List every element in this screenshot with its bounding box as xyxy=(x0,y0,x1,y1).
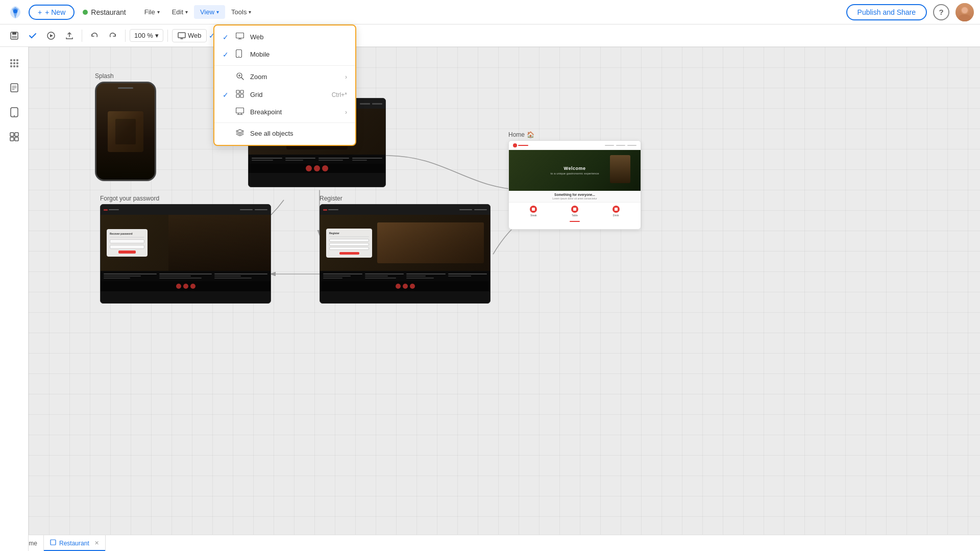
avatar-image xyxy=(955,3,974,21)
forgot-label: Forgot your password xyxy=(100,195,271,202)
web-menu-label: Web xyxy=(250,33,347,41)
grid-menu-label: Grid xyxy=(250,91,327,98)
tab-restaurant[interactable]: Restaurant ✕ xyxy=(44,535,106,551)
zoom-check-icon: ✓ xyxy=(223,73,231,81)
view-menu-zoom[interactable]: ✓ Zoom › xyxy=(214,68,355,86)
project-name-label: Restaurant xyxy=(91,8,126,16)
nav-menu: File ▾ Edit ▾ View ▾ Tools ▾ xyxy=(138,5,258,19)
topbar: + + New Restaurant File ▾ Edit ▾ View ▾ … xyxy=(0,0,980,24)
home-label: Home 🏠 xyxy=(508,131,641,138)
sidebar-components-icon[interactable] xyxy=(4,127,24,147)
zoom-menu-label: Zoom xyxy=(250,73,340,81)
mobile-check2-icon: ✓ xyxy=(223,51,231,59)
zoom-value: 100 % xyxy=(134,32,153,39)
web-viewport-button[interactable]: Web xyxy=(172,29,207,42)
canvas[interactable]: Splash xyxy=(29,47,980,535)
dropdown-separator1 xyxy=(214,65,355,66)
forgot-box: Recover password xyxy=(100,204,271,304)
view-menu-grid[interactable]: ✓ Grid Ctrl+* xyxy=(214,86,355,104)
new-button[interactable]: + + New xyxy=(29,5,75,20)
new-button-label: + New xyxy=(45,8,65,16)
zoom-arrow-icon: ▾ xyxy=(155,32,159,39)
forgot-frame[interactable]: Forgot your password Recover password xyxy=(100,195,271,304)
svg-point-0 xyxy=(13,9,17,13)
view-menu-web[interactable]: ✓ Web xyxy=(214,29,355,45)
separator2 xyxy=(125,30,126,42)
svg-rect-14 xyxy=(10,133,14,136)
register-label: Register xyxy=(320,195,491,202)
register-frame[interactable]: Register Register xyxy=(320,195,491,304)
edit-menu[interactable]: Edit ▾ xyxy=(166,5,194,19)
avatar[interactable] xyxy=(955,3,974,21)
view-menu-see-all[interactable]: ✓ See all objects xyxy=(214,125,355,142)
plus-icon: + xyxy=(38,8,42,16)
preview-button[interactable] xyxy=(43,28,59,44)
web-check-icon: ✓ xyxy=(223,33,231,41)
tools-menu[interactable]: Tools ▾ xyxy=(225,5,257,19)
zoom-arrow-icon: › xyxy=(345,73,347,81)
zoom-control[interactable]: 100 % ▾ xyxy=(130,29,163,42)
bottom-bar: 🏠 Home Restaurant ✕ xyxy=(0,535,980,551)
dropdown-separator2 xyxy=(214,122,355,123)
see-all-check-icon: ✓ xyxy=(223,130,231,138)
publish-button[interactable]: Publish and Share xyxy=(846,4,927,20)
svg-point-13 xyxy=(14,115,15,116)
breakpoint-menu-label: Breakpoint xyxy=(250,108,340,116)
project-status-dot xyxy=(83,10,88,15)
breakpoint-icon xyxy=(236,108,245,116)
tools-arrow-icon: ▾ xyxy=(249,9,251,15)
topbar-right: Publish and Share ? xyxy=(846,3,974,21)
view-arrow-icon: ▾ xyxy=(216,9,219,15)
tab-close-icon[interactable]: ✕ xyxy=(94,540,99,546)
svg-rect-8 xyxy=(178,33,185,38)
edit-arrow-icon: ▾ xyxy=(185,9,188,15)
svg-rect-15 xyxy=(15,133,18,136)
splash-box xyxy=(95,82,156,181)
help-button[interactable]: ? xyxy=(933,4,949,20)
home-frame[interactable]: Home 🏠 Welcome to a unique gastronomic e… xyxy=(508,131,641,230)
separator xyxy=(82,30,82,42)
see-all-menu-label: See all objects xyxy=(250,130,347,137)
layers-icon xyxy=(236,129,245,138)
view-menu-breakpoint[interactable]: ✓ Breakpoint › xyxy=(214,104,355,120)
svg-point-2 xyxy=(959,14,971,21)
monitor-icon xyxy=(236,33,245,41)
restaurant-tab-icon xyxy=(50,539,56,547)
tab-restaurant-label: Restaurant xyxy=(59,540,89,547)
save-button[interactable] xyxy=(6,28,22,44)
undo-button[interactable] xyxy=(86,28,103,44)
svg-rect-25 xyxy=(240,94,243,97)
svg-rect-17 xyxy=(15,137,18,141)
view-dropdown-menu: ✓ Web ✓ Mobile ✓ xyxy=(213,24,356,146)
project-name: Restaurant xyxy=(83,8,126,16)
svg-rect-16 xyxy=(10,137,14,141)
sidebar-page-icon[interactable] xyxy=(4,78,24,98)
file-arrow-icon: ▾ xyxy=(157,9,160,15)
splash-label: Splash xyxy=(95,72,156,80)
mobile-menu-label: Mobile xyxy=(250,51,347,58)
check-button[interactable] xyxy=(24,28,41,44)
redo-button[interactable] xyxy=(105,28,121,44)
svg-rect-6 xyxy=(12,36,17,38)
breakpoint-check-icon: ✓ xyxy=(223,108,231,116)
grid-check-icon: ✓ xyxy=(223,91,231,99)
file-menu[interactable]: File ▾ xyxy=(138,5,166,19)
svg-rect-24 xyxy=(236,94,239,97)
grid-icon xyxy=(236,90,245,99)
toolbar2: 100 % ▾ Web ✓ Mobile xyxy=(0,24,980,47)
export-button[interactable] xyxy=(61,28,78,44)
home-icon: 🏠 xyxy=(527,131,534,138)
splash-frame[interactable]: Splash xyxy=(95,72,156,181)
app-logo[interactable] xyxy=(6,3,24,21)
breakpoint-arrow-icon: › xyxy=(345,109,347,116)
svg-rect-18 xyxy=(236,33,244,38)
svg-rect-26 xyxy=(236,108,244,113)
sidebar-mobile-icon[interactable] xyxy=(4,102,24,122)
svg-rect-5 xyxy=(12,32,16,35)
sidebar-dots-item xyxy=(4,53,24,73)
sidebar xyxy=(0,47,29,551)
svg-rect-22 xyxy=(236,90,239,93)
view-menu-mobile[interactable]: ✓ Mobile xyxy=(214,45,355,63)
register-box: Register xyxy=(320,204,491,304)
view-menu[interactable]: View ▾ xyxy=(194,5,225,19)
